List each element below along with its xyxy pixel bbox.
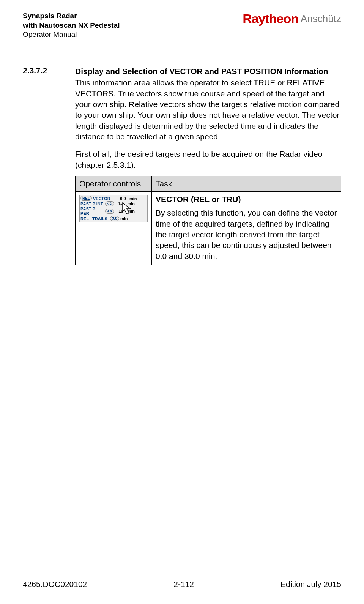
svg-marker-0: [122, 203, 131, 214]
raytheon-logo: Raytheon: [243, 11, 298, 26]
pastpint-arrows-button[interactable]: < >: [105, 201, 114, 206]
footer-edition: Edition July 2015: [280, 580, 341, 589]
header-right-logo: Raytheon Anschütz: [243, 11, 341, 26]
cp-trails-label: TRAILS: [92, 216, 109, 221]
product-name-line2: with Nautoscan NX Pedestal: [23, 21, 120, 30]
page-footer: 4265.DOC020102 2-112 Edition July 2015: [23, 577, 341, 589]
cp-pastpper-label: PAST P PER: [80, 207, 104, 216]
task-title: VECTOR (REL or TRU): [156, 195, 337, 204]
header-divider: [23, 43, 341, 43]
section-title: Display and Selection of VECTOR and PAST…: [75, 66, 341, 77]
section-body: Display and Selection of VECTOR and PAST…: [75, 66, 341, 147]
cp-row-pastpper: PAST P PER < > 10 min: [80, 207, 147, 216]
operator-controls-table: Operator controls Task REL VECTOR 6.0 mi…: [75, 176, 341, 265]
cp-pastpint-label: PAST P INT: [80, 202, 104, 206]
vector-control-panel: REL VECTOR 6.0 min PAST P INT < > 1/4 mi…: [79, 195, 148, 222]
table-header-row: Operator controls Task: [76, 176, 341, 192]
cp-trails-value-button[interactable]: 3.0: [110, 216, 119, 221]
product-name-line1: Synapsis Radar: [23, 11, 120, 21]
section-para2: First of all, the desired targets need t…: [75, 149, 341, 170]
table-row: REL VECTOR 6.0 min PAST P INT < > 1/4 mi…: [76, 192, 341, 265]
task-body: By selecting this function, you can defi…: [156, 208, 337, 262]
table-header-col1: Operator controls: [76, 176, 152, 192]
footer-divider: [23, 577, 341, 577]
section-number: 2.3.7.2: [23, 66, 57, 147]
footer-doc-id: 4265.DOC020102: [23, 580, 87, 589]
cp-vector-value: 6.0: [118, 196, 128, 201]
footer-page: 2-112: [173, 580, 194, 589]
header-left: Synapsis Radar with Nautoscan NX Pedesta…: [23, 11, 120, 39]
cp-row-trails: REL TRAILS 3.0 min: [80, 216, 147, 221]
pastpper-arrows-button[interactable]: < >: [105, 209, 114, 214]
cp-row-vector: REL VECTOR 6.0 min: [80, 196, 147, 201]
content-area: 2.3.7.2 Display and Selection of VECTOR …: [23, 66, 341, 265]
cp-row-pastpint: PAST P INT < > 1/4 min: [80, 201, 147, 206]
cp-vector-label: VECTOR: [93, 196, 117, 201]
cp-vector-unit: min: [129, 196, 137, 201]
rel-toggle-button[interactable]: REL: [80, 196, 92, 201]
table-header-col2: Task: [152, 176, 341, 192]
section-para1: This information area allows the operato…: [75, 77, 341, 142]
cursor-icon: [121, 202, 134, 217]
cp-trails-mode: REL: [80, 216, 91, 221]
page-header: Synapsis Radar with Nautoscan NX Pedesta…: [23, 11, 341, 39]
operator-control-cell: REL VECTOR 6.0 min PAST P INT < > 1/4 mi…: [76, 192, 152, 265]
section-heading-row: 2.3.7.2 Display and Selection of VECTOR …: [23, 66, 341, 147]
footer-row: 4265.DOC020102 2-112 Edition July 2015: [23, 580, 341, 589]
doc-type: Operator Manual: [23, 30, 120, 39]
task-cell: VECTOR (REL or TRU) By selecting this fu…: [152, 192, 341, 265]
anschutz-logo: Anschütz: [301, 13, 341, 25]
